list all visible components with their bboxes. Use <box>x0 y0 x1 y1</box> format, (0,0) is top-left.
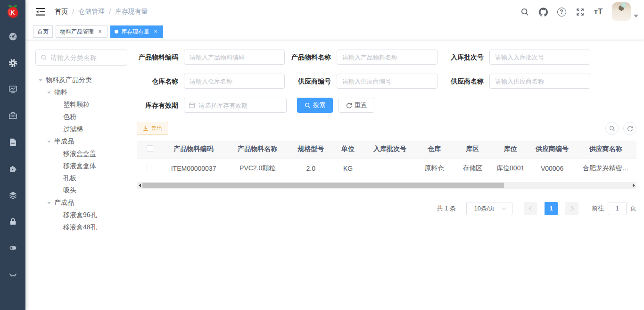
page-unit-label: 页 <box>630 204 636 213</box>
scrollbar-thumb[interactable] <box>142 183 504 188</box>
scrollbar-track[interactable] <box>142 182 631 189</box>
filter-item-name: 产品物料名称 <box>289 50 438 65</box>
cell-vendor-name: 合肥龙兴精密… <box>575 158 636 179</box>
tab-home[interactable]: 首页 <box>33 25 53 38</box>
col-batch-no: 入库批次号 <box>365 141 414 158</box>
reset-button[interactable]: 重置 <box>339 98 374 113</box>
sidebar-fold-icon[interactable] <box>36 8 45 16</box>
goto-page-input[interactable] <box>608 202 627 215</box>
tree-node-leaf[interactable]: 过滤棉 <box>35 123 127 135</box>
puzzle-icon[interactable] <box>8 164 18 174</box>
tab-inventory-onhand[interactable]: 库存现有量 × <box>110 25 163 38</box>
vendor-code-input[interactable] <box>337 74 438 89</box>
tab-label: 物料产品管理 <box>60 28 94 36</box>
tree-node-leaf[interactable]: 移液盒盒体 <box>35 160 127 172</box>
scroll-right-arrow[interactable] <box>631 182 636 189</box>
closed-eye-icon[interactable] <box>8 269 18 279</box>
search-icon <box>609 126 615 132</box>
field-label: 产品物料编码 <box>137 50 178 65</box>
question-mark-glyph: ? <box>557 8 566 17</box>
toolbox-icon[interactable] <box>8 111 18 121</box>
warehouse-name-input[interactable] <box>184 74 285 89</box>
header-search-icon[interactable] <box>520 7 529 17</box>
col-item-code: 产品物料编码 <box>163 141 224 158</box>
scroll-left-arrow[interactable] <box>137 182 142 189</box>
tree-node-leaf[interactable]: 色粉 <box>35 111 127 123</box>
page-size-value: 10条/页 <box>474 204 495 213</box>
cell-location: 库位0001 <box>491 158 529 179</box>
field-label: 供应商编号 <box>289 74 331 89</box>
tree-node-label: 移液盒96孔 <box>63 211 97 219</box>
filter-warehouse-name: 仓库名称 <box>137 74 285 89</box>
next-page-button[interactable] <box>565 202 578 215</box>
close-icon[interactable]: × <box>152 28 159 35</box>
tree-node-material[interactable]: 物料 <box>35 86 127 99</box>
search-button[interactable]: 搜索 <box>297 98 333 113</box>
tree-node-leaf[interactable]: 吸头 <box>35 184 127 197</box>
item-name-input[interactable] <box>337 50 438 65</box>
tree-node-root[interactable]: 物料及产品分类 <box>35 74 127 86</box>
horizontal-scrollbar <box>137 182 636 189</box>
breadcrumb-home[interactable]: 首页 <box>55 8 68 16</box>
font-size-icon[interactable]: тT <box>594 7 603 17</box>
cell-vendor-code: V00006 <box>529 158 575 179</box>
close-icon[interactable]: × <box>97 28 103 35</box>
monitor-chart-icon[interactable] <box>8 84 18 94</box>
dashboard-icon[interactable] <box>8 32 18 42</box>
search-icon <box>41 54 47 61</box>
tree-node-leaf[interactable]: 塑料颗粒 <box>35 99 127 111</box>
page-size-select[interactable]: 10条/页 <box>466 202 512 215</box>
batch-no-input[interactable] <box>489 50 590 65</box>
field-label: 仓库名称 <box>137 74 178 89</box>
avatar[interactable] <box>612 2 631 21</box>
item-code-input[interactable] <box>184 50 285 65</box>
toggle-icon[interactable] <box>8 243 18 253</box>
vendor-name-input[interactable] <box>489 74 590 89</box>
calendar-icon <box>189 102 195 109</box>
github-icon[interactable] <box>538 7 548 17</box>
caret-down-icon[interactable] <box>39 79 42 82</box>
col-item-name: 产品物料名称 <box>224 141 291 158</box>
tree-node-leaf[interactable]: 移液盒96孔 <box>35 209 127 221</box>
tab-material-product[interactable]: 物料产品管理 × <box>56 25 107 38</box>
tree-node-finished[interactable]: 产成品 <box>35 197 127 209</box>
cell-zone: 存储区 <box>454 158 491 179</box>
tree-node-label: 孔板 <box>63 174 76 183</box>
tree-node-label: 物料及产品分类 <box>46 76 92 84</box>
user-menu[interactable] <box>612 2 638 21</box>
sidebar: K <box>0 0 25 310</box>
cell-warehouse: 原料仓 <box>415 158 454 179</box>
prev-page-button[interactable] <box>524 202 537 215</box>
caret-down-icon[interactable] <box>47 141 51 143</box>
tree-node-leaf[interactable]: 移液盒48孔 <box>35 221 127 234</box>
row-checkbox[interactable] <box>147 165 153 171</box>
export-button[interactable]: 导出 <box>137 122 168 135</box>
gear-icon[interactable] <box>8 58 18 68</box>
breadcrumb-separator: / <box>109 8 111 16</box>
lock-icon[interactable] <box>8 217 18 226</box>
layers-icon[interactable] <box>8 190 18 200</box>
page-number-1[interactable]: 1 <box>545 202 558 215</box>
col-warehouse: 仓库 <box>415 141 454 158</box>
fullscreen-icon[interactable] <box>575 7 585 17</box>
work-area: 产品物料编码 产品物料名称 入库批次号 仓库名称 供应商编号 <box>137 41 636 215</box>
document-icon[interactable] <box>8 137 18 147</box>
caret-down-icon[interactable] <box>47 202 51 204</box>
caret-down-icon[interactable] <box>47 92 51 94</box>
field-label: 产品物料名称 <box>289 50 331 65</box>
app-logo[interactable]: K <box>0 0 25 24</box>
chevron-right-icon <box>569 206 574 211</box>
table-row[interactable]: ITEM00000037 PVC2.0颗粒 2.0 KG 原料仓 存储区 库位0… <box>137 158 636 179</box>
tree-search-input[interactable] <box>50 54 122 61</box>
toggle-search-button[interactable] <box>605 122 619 135</box>
expire-date-picker[interactable] <box>184 98 287 113</box>
select-all-checkbox[interactable] <box>147 145 153 152</box>
tree-node-leaf[interactable]: 移液盒盒盖 <box>35 148 127 160</box>
cell-item-code: ITEM00000037 <box>163 158 224 179</box>
help-icon[interactable]: ? <box>557 7 566 17</box>
refresh-table-button[interactable] <box>623 122 636 135</box>
tree-node-leaf[interactable]: 孔板 <box>35 172 127 184</box>
inventory-table: 产品物料编码 产品物料名称 规格型号 单位 入库批次号 仓库 库区 库位 供应商… <box>137 141 636 179</box>
expire-date-input[interactable] <box>198 102 282 109</box>
tree-node-semifinished[interactable]: 半成品 <box>35 135 127 148</box>
